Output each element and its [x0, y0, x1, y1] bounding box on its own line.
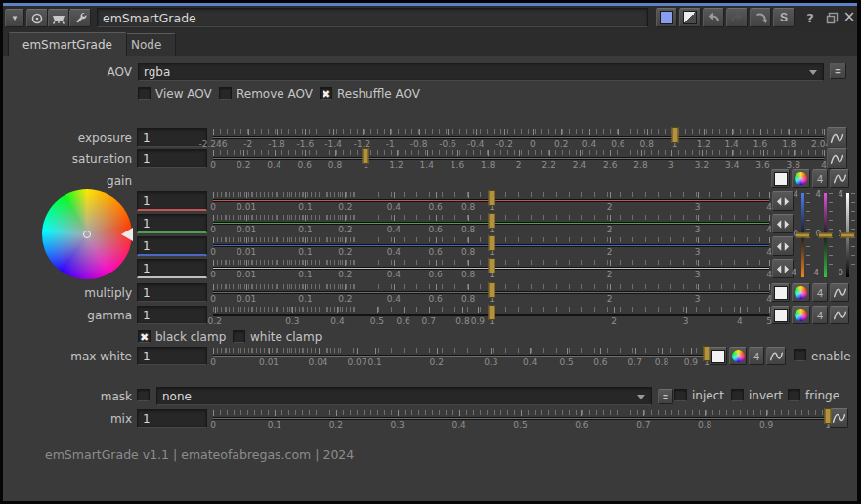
gain-red-slider[interactable]: 00.010.10.20.40.60.81234 [213, 192, 769, 212]
center-node-button[interactable] [26, 9, 48, 27]
multiply-channels-button[interactable]: 4 [812, 283, 828, 302]
inject-checkbox[interactable] [674, 389, 687, 401]
tab-emsmartgrade[interactable]: emSmartGrade [8, 32, 127, 56]
magenta-slider-handle[interactable] [818, 233, 833, 238]
multiply-input[interactable] [137, 283, 207, 302]
temperature-slider-handle[interactable] [796, 233, 810, 238]
mask-dropdown[interactable]: none [156, 387, 652, 405]
saturation-input[interactable] [137, 149, 207, 168]
exposure-slider[interactable]: -2.246-2-1.8-1.6-1.4-1.2-1-0.8-0.6-0.4-0… [213, 129, 824, 148]
enable-checkbox[interactable] [794, 349, 806, 361]
invert-checkbox[interactable] [731, 389, 744, 401]
exposure-curve-button[interactable] [827, 127, 847, 147]
gain-label: gain [20, 174, 132, 188]
fringe-checkbox[interactable] [788, 389, 800, 401]
gain-blue-nudge-button[interactable] [772, 236, 794, 256]
color-wheel-cursor[interactable] [83, 231, 91, 238]
temperature-bottom-label: -4 [785, 268, 796, 277]
aov-dropdown[interactable]: rgba [138, 63, 824, 81]
view-aov-checkbox[interactable] [138, 87, 151, 100]
invert-label: invert [749, 389, 783, 402]
revert-button[interactable] [750, 8, 771, 27]
multiply-colorwheel-button[interactable] [792, 283, 810, 302]
white-clamp-checkbox[interactable] [233, 330, 245, 343]
gamma-slider-handle[interactable] [488, 305, 495, 320]
chevron-down-icon [637, 395, 645, 399]
gain-swatch-button[interactable] [771, 169, 790, 188]
restore-window-icon [826, 12, 839, 24]
undo-button[interactable] [703, 8, 724, 27]
color-swatch-button[interactable] [656, 8, 677, 27]
multiply-slider-handle[interactable] [488, 282, 495, 298]
help-button[interactable]: ? [801, 8, 819, 27]
node-name-input[interactable] [97, 8, 648, 27]
gain-red-slider-handle[interactable] [488, 190, 495, 206]
multiply-curve-button[interactable] [830, 283, 849, 302]
remove-aov-checkbox[interactable] [219, 87, 232, 100]
gain-curve-button[interactable] [830, 169, 849, 188]
aov-equals-button[interactable]: = [830, 63, 846, 79]
chevron-down-icon [809, 70, 817, 75]
mix-slider-handle[interactable] [825, 408, 832, 424]
gain-alpha-slider[interactable]: 00.010.10.20.40.60.81234 [213, 260, 769, 279]
node-menu-button[interactable]: ▼ [5, 9, 24, 27]
multiply-label: multiply [20, 286, 132, 300]
mix-curve-button[interactable] [829, 408, 848, 428]
channel-count-label: 4 [817, 173, 823, 185]
exposure-slider-handle[interactable] [671, 127, 678, 143]
gamma-channels-button[interactable]: 4 [812, 306, 828, 324]
exposure-input[interactable] [137, 128, 207, 147]
max-white-curve-button[interactable] [766, 347, 786, 365]
saturation-slider-handle[interactable] [363, 148, 369, 164]
gain-green-slider-handle[interactable] [488, 213, 495, 229]
gain-blue-slider-handle[interactable] [488, 235, 495, 251]
gain-green-input[interactable] [137, 214, 207, 233]
gain-channels-button[interactable]: 4 [812, 169, 828, 188]
script-button[interactable]: S [773, 8, 795, 27]
max-white-colorwheel-button[interactable] [729, 347, 747, 365]
gamma-colorwheel-button[interactable] [792, 306, 810, 324]
gain-colorwheel-button[interactable] [792, 169, 810, 188]
gamma-curve-button[interactable] [830, 306, 849, 324]
split-swatch-button[interactable] [679, 8, 701, 27]
max-white-swatch-button[interactable] [710, 347, 727, 365]
black-clamp-checkbox[interactable]: ✖ [138, 330, 151, 343]
reshuffle-aov-checkbox[interactable]: ✖ [320, 87, 332, 100]
gamma-swatch-button[interactable] [771, 306, 790, 324]
mask-checkbox[interactable] [137, 389, 150, 401]
monitor-button[interactable] [48, 9, 69, 27]
gain-blue-slider[interactable]: 00.010.10.20.40.60.81234 [213, 237, 769, 257]
close-icon: × [843, 8, 856, 25]
gain-blue-input[interactable] [137, 236, 207, 256]
equals-icon: = [663, 392, 668, 402]
mix-slider[interactable]: 00.10.20.30.40.50.60.70.80.91 [213, 410, 828, 430]
mask-equals-button[interactable]: = [658, 389, 673, 404]
intensity-slider-handle[interactable] [840, 233, 855, 238]
max-white-channels-button[interactable]: 4 [749, 347, 764, 365]
gain-alpha-input[interactable] [137, 259, 207, 278]
max-white-slider-handle[interactable] [704, 346, 710, 361]
float-panel-button[interactable] [823, 8, 840, 27]
saturation-curve-button[interactable] [827, 148, 847, 169]
gamma-input[interactable] [137, 306, 207, 324]
close-panel-button[interactable]: × [841, 7, 857, 26]
redo-button[interactable] [726, 8, 748, 27]
gain-green-slider[interactable]: 00.010.10.20.40.60.81234 [213, 215, 769, 234]
multiply-slider[interactable]: 00.010.10.20.40.60.81234 [213, 284, 769, 304]
intensity-top-label: 4 [832, 189, 843, 199]
saturation-slider[interactable]: 00.20.40.60.811.21.41.61.822.22.42.62.83… [213, 150, 824, 170]
gamma-slider[interactable]: 0.20.30.40.50.60.70.80.912345 [213, 307, 769, 326]
white-swatch-icon [711, 350, 725, 363]
mix-input[interactable] [137, 409, 207, 428]
wrench-icon [73, 11, 88, 25]
white-swatch-icon [774, 309, 788, 322]
monitor-icon [51, 12, 66, 25]
max-white-input[interactable] [137, 347, 207, 365]
gain-alpha-slider-handle[interactable] [488, 258, 495, 273]
gain-red-input[interactable] [137, 191, 207, 211]
multiply-swatch-button[interactable] [771, 283, 790, 302]
s-label: S [780, 11, 788, 24]
redo-arrow-icon [729, 11, 745, 24]
wrench-button[interactable] [69, 9, 91, 27]
max-white-slider[interactable]: 00.010.040.070.10.20.30.40.50.60.70.80.9… [213, 348, 707, 367]
